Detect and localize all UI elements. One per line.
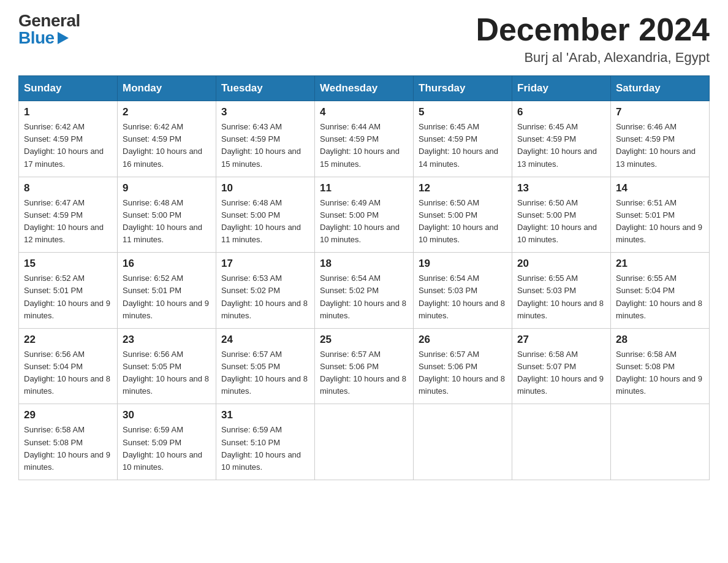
day-number: 7 (616, 106, 704, 118)
calendar-week-row: 8 Sunrise: 6:47 AMSunset: 4:59 PMDayligh… (19, 177, 710, 253)
logo-blue-text: Blue (18, 29, 69, 47)
calendar-day-cell: 14 Sunrise: 6:51 AMSunset: 5:01 PMDaylig… (611, 177, 710, 253)
calendar-week-row: 22 Sunrise: 6:56 AMSunset: 5:04 PMDaylig… (19, 328, 710, 404)
calendar-day-cell (611, 404, 710, 480)
day-number: 6 (517, 106, 605, 118)
calendar-day-cell: 5 Sunrise: 6:45 AMSunset: 4:59 PMDayligh… (414, 101, 512, 177)
location-subtitle: Burj al 'Arab, Alexandria, Egypt (476, 50, 710, 66)
day-of-week-header: Sunday (19, 76, 118, 101)
day-info: Sunrise: 6:58 AMSunset: 5:08 PMDaylight:… (616, 350, 702, 396)
day-number: 21 (616, 258, 704, 270)
calendar-day-cell: 13 Sunrise: 6:50 AMSunset: 5:00 PMDaylig… (512, 177, 611, 253)
calendar-day-cell: 19 Sunrise: 6:54 AMSunset: 5:03 PMDaylig… (414, 253, 512, 329)
calendar-day-cell: 1 Sunrise: 6:42 AMSunset: 4:59 PMDayligh… (19, 101, 118, 177)
day-info: Sunrise: 6:59 AMSunset: 5:10 PMDaylight:… (221, 425, 301, 471)
calendar-day-cell: 26 Sunrise: 6:57 AMSunset: 5:06 PMDaylig… (414, 328, 512, 404)
day-info: Sunrise: 6:56 AMSunset: 5:04 PMDaylight:… (24, 350, 110, 396)
calendar-day-cell: 24 Sunrise: 6:57 AMSunset: 5:05 PMDaylig… (216, 328, 315, 404)
day-info: Sunrise: 6:42 AMSunset: 4:59 PMDaylight:… (24, 122, 104, 168)
day-number: 22 (24, 334, 112, 346)
day-info: Sunrise: 6:59 AMSunset: 5:09 PMDaylight:… (123, 425, 202, 471)
day-of-week-header: Tuesday (216, 76, 315, 101)
day-info: Sunrise: 6:48 AMSunset: 5:00 PMDaylight:… (123, 198, 202, 244)
calendar-week-row: 1 Sunrise: 6:42 AMSunset: 4:59 PMDayligh… (19, 101, 710, 177)
calendar-day-cell (512, 404, 611, 480)
calendar-day-cell: 10 Sunrise: 6:48 AMSunset: 5:00 PMDaylig… (216, 177, 315, 253)
calendar-day-cell: 16 Sunrise: 6:52 AMSunset: 5:01 PMDaylig… (118, 253, 216, 329)
day-info: Sunrise: 6:48 AMSunset: 5:00 PMDaylight:… (221, 198, 301, 244)
logo-general-text: General (18, 12, 80, 29)
day-number: 15 (24, 258, 112, 270)
calendar-day-cell: 31 Sunrise: 6:59 AMSunset: 5:10 PMDaylig… (216, 404, 315, 480)
day-info: Sunrise: 6:49 AMSunset: 5:00 PMDaylight:… (320, 198, 400, 244)
day-number: 19 (419, 258, 507, 270)
day-info: Sunrise: 6:42 AMSunset: 4:59 PMDaylight:… (123, 122, 202, 168)
day-info: Sunrise: 6:57 AMSunset: 5:06 PMDaylight:… (320, 350, 406, 396)
day-number: 23 (123, 334, 211, 346)
day-info: Sunrise: 6:54 AMSunset: 5:03 PMDaylight:… (419, 274, 505, 320)
calendar-day-cell: 4 Sunrise: 6:44 AMSunset: 4:59 PMDayligh… (315, 101, 414, 177)
day-info: Sunrise: 6:56 AMSunset: 5:05 PMDaylight:… (123, 350, 209, 396)
logo-triangle-icon (58, 32, 69, 44)
day-info: Sunrise: 6:53 AMSunset: 5:02 PMDaylight:… (221, 274, 308, 320)
day-number: 5 (419, 106, 507, 118)
day-number: 4 (320, 106, 408, 118)
calendar-week-row: 29 Sunrise: 6:58 AMSunset: 5:08 PMDaylig… (19, 404, 710, 480)
calendar-day-cell: 11 Sunrise: 6:49 AMSunset: 5:00 PMDaylig… (315, 177, 414, 253)
calendar-day-cell: 23 Sunrise: 6:56 AMSunset: 5:05 PMDaylig… (118, 328, 216, 404)
day-of-week-header: Friday (512, 76, 611, 101)
calendar-day-cell (414, 404, 512, 480)
day-info: Sunrise: 6:43 AMSunset: 4:59 PMDaylight:… (221, 122, 301, 168)
day-number: 25 (320, 334, 408, 346)
calendar-day-cell: 3 Sunrise: 6:43 AMSunset: 4:59 PMDayligh… (216, 101, 315, 177)
calendar-day-cell: 22 Sunrise: 6:56 AMSunset: 5:04 PMDaylig… (19, 328, 118, 404)
calendar-day-cell: 2 Sunrise: 6:42 AMSunset: 4:59 PMDayligh… (118, 101, 216, 177)
day-info: Sunrise: 6:55 AMSunset: 5:04 PMDaylight:… (616, 274, 702, 320)
day-info: Sunrise: 6:46 AMSunset: 4:59 PMDaylight:… (616, 122, 696, 168)
day-number: 24 (221, 334, 309, 346)
day-number: 27 (517, 334, 605, 346)
day-number: 9 (123, 182, 211, 194)
day-number: 17 (221, 258, 309, 270)
calendar-day-cell: 9 Sunrise: 6:48 AMSunset: 5:00 PMDayligh… (118, 177, 216, 253)
day-number: 8 (24, 182, 112, 194)
day-number: 20 (517, 258, 605, 270)
day-number: 28 (616, 334, 704, 346)
calendar-day-cell: 17 Sunrise: 6:53 AMSunset: 5:02 PMDaylig… (216, 253, 315, 329)
calendar-week-row: 15 Sunrise: 6:52 AMSunset: 5:01 PMDaylig… (19, 253, 710, 329)
title-area: December 2024 Burj al 'Arab, Alexandria,… (476, 12, 710, 66)
day-number: 26 (419, 334, 507, 346)
day-number: 11 (320, 182, 408, 194)
calendar-day-cell: 21 Sunrise: 6:55 AMSunset: 5:04 PMDaylig… (611, 253, 710, 329)
calendar-day-cell: 27 Sunrise: 6:58 AMSunset: 5:07 PMDaylig… (512, 328, 611, 404)
day-info: Sunrise: 6:55 AMSunset: 5:03 PMDaylight:… (517, 274, 604, 320)
calendar-day-cell: 18 Sunrise: 6:54 AMSunset: 5:02 PMDaylig… (315, 253, 414, 329)
calendar-day-cell: 6 Sunrise: 6:45 AMSunset: 4:59 PMDayligh… (512, 101, 611, 177)
calendar-day-cell: 20 Sunrise: 6:55 AMSunset: 5:03 PMDaylig… (512, 253, 611, 329)
day-info: Sunrise: 6:44 AMSunset: 4:59 PMDaylight:… (320, 122, 400, 168)
day-number: 31 (221, 409, 309, 421)
calendar-day-cell: 29 Sunrise: 6:58 AMSunset: 5:08 PMDaylig… (19, 404, 118, 480)
day-info: Sunrise: 6:51 AMSunset: 5:01 PMDaylight:… (616, 198, 702, 244)
day-number: 2 (123, 106, 211, 118)
day-number: 10 (221, 182, 309, 194)
day-info: Sunrise: 6:52 AMSunset: 5:01 PMDaylight:… (24, 274, 110, 320)
day-of-week-header: Wednesday (315, 76, 414, 101)
day-info: Sunrise: 6:50 AMSunset: 5:00 PMDaylight:… (517, 198, 597, 244)
day-info: Sunrise: 6:52 AMSunset: 5:01 PMDaylight:… (123, 274, 209, 320)
day-info: Sunrise: 6:47 AMSunset: 4:59 PMDaylight:… (24, 198, 104, 244)
day-info: Sunrise: 6:58 AMSunset: 5:08 PMDaylight:… (24, 425, 110, 471)
day-number: 29 (24, 409, 112, 421)
day-info: Sunrise: 6:45 AMSunset: 4:59 PMDaylight:… (419, 122, 498, 168)
day-info: Sunrise: 6:57 AMSunset: 5:05 PMDaylight:… (221, 350, 308, 396)
day-number: 14 (616, 182, 704, 194)
day-info: Sunrise: 6:57 AMSunset: 5:06 PMDaylight:… (419, 350, 505, 396)
page-header: General Blue December 2024 Burj al 'Arab… (18, 12, 710, 66)
calendar-day-cell: 12 Sunrise: 6:50 AMSunset: 5:00 PMDaylig… (414, 177, 512, 253)
calendar-header-row: SundayMondayTuesdayWednesdayThursdayFrid… (19, 76, 710, 101)
calendar-day-cell: 28 Sunrise: 6:58 AMSunset: 5:08 PMDaylig… (611, 328, 710, 404)
day-info: Sunrise: 6:58 AMSunset: 5:07 PMDaylight:… (517, 350, 604, 396)
calendar-day-cell: 7 Sunrise: 6:46 AMSunset: 4:59 PMDayligh… (611, 101, 710, 177)
day-number: 12 (419, 182, 507, 194)
day-info: Sunrise: 6:54 AMSunset: 5:02 PMDaylight:… (320, 274, 406, 320)
